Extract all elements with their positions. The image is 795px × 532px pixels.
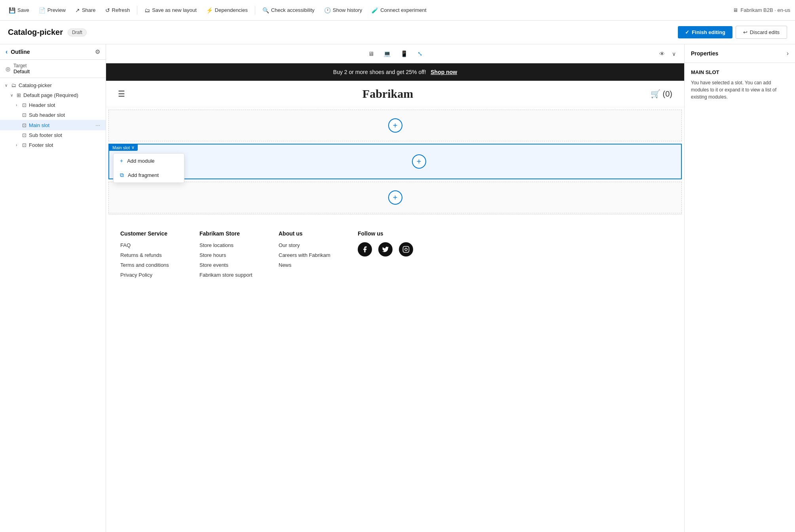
slot-icon-header: ⊡	[22, 102, 27, 108]
footer-link-privacy[interactable]: Privacy Policy	[120, 272, 184, 278]
expand-icon-page[interactable]: ∨	[10, 93, 17, 97]
save-button[interactable]: 💾 Save	[5, 5, 33, 16]
add-button-subheader[interactable]: +	[388, 118, 402, 133]
add-fragment-menu-item[interactable]: ⧉ Add fragment	[114, 168, 184, 182]
preview-button[interactable]: 📄 Preview	[35, 5, 70, 16]
footer-link-hours[interactable]: Store hours	[199, 252, 263, 258]
sidebar-header: ‹ Outline ⚙	[0, 44, 106, 60]
tree-item-catalog-picker[interactable]: ∨ 🗂 Catalog-picker	[0, 80, 106, 90]
check-accessibility-button[interactable]: 🔍 Check accessibility	[258, 5, 319, 16]
dependencies-icon: ⚡	[206, 7, 213, 13]
expand-icon-footer[interactable]: ›	[16, 143, 22, 147]
desktop-device-button[interactable]: 🖥	[365, 48, 377, 59]
visibility-button[interactable]: 👁	[657, 49, 667, 59]
discard-edits-button[interactable]: ↩ Discard edits	[736, 26, 787, 39]
mobile-device-button[interactable]: 📱	[397, 48, 411, 60]
footer-link-faq[interactable]: FAQ	[120, 242, 184, 248]
footer-link-story[interactable]: Our story	[279, 242, 342, 248]
laptop-device-button[interactable]: 💻	[380, 48, 394, 60]
canvas-scroll[interactable]: Buy 2 or more shoes and get 25% off! Sho…	[106, 63, 684, 532]
target-section: ◎ Target Default	[0, 60, 106, 78]
save-icon: 💾	[9, 7, 15, 13]
toolbar: 💾 Save 📄 Preview ↗ Share ↺ Refresh 🗂 Sav…	[0, 0, 795, 21]
properties-description: You have selected a slot. You can add mo…	[691, 79, 789, 101]
slot-icon-subfooter: ⊡	[22, 132, 27, 138]
social-icons	[358, 242, 421, 256]
show-history-button[interactable]: 🕐 Show history	[320, 5, 366, 16]
footer-col-follow-us: Follow us	[358, 230, 421, 282]
preview-icon: 📄	[39, 7, 46, 13]
page-icon-tree: ⊞	[17, 92, 21, 98]
sidebar: ‹ Outline ⚙ ◎ Target Default ∨ 🗂 Catalog…	[0, 44, 106, 532]
share-icon: ↗	[75, 7, 80, 13]
main-slot-placeholder[interactable]: Main slot ∨ + Add module ⧉ Add fragment	[108, 144, 682, 179]
history-icon: 🕐	[324, 7, 331, 13]
footer-link-news[interactable]: News	[279, 262, 342, 268]
add-module-menu-item[interactable]: + Add module	[114, 154, 184, 168]
gear-icon[interactable]: ⚙	[95, 48, 100, 55]
save-layout-icon: 🗂	[144, 7, 150, 13]
site-header: ☰ Fabrikam 🛒 (0)	[106, 81, 684, 107]
tree-item-sub-header-slot[interactable]: ⊡ Sub header slot	[0, 110, 106, 120]
separator-2	[255, 6, 255, 15]
main-slot-label: Main slot ∨	[109, 144, 138, 151]
properties-body: MAIN SLOT You have selected a slot. You …	[685, 63, 795, 107]
share-button[interactable]: ↗ Share	[71, 5, 100, 16]
save-as-new-layout-button[interactable]: 🗂 Save as new layout	[140, 5, 201, 16]
slot-icon-main: ⊡	[22, 122, 27, 128]
promo-link[interactable]: Shop now	[431, 69, 457, 75]
sub-footer-slot-placeholder[interactable]: +	[108, 182, 682, 213]
connect-experiment-button[interactable]: 🧪 Connect experiment	[368, 5, 430, 16]
dependencies-button[interactable]: ⚡ Dependencies	[202, 5, 252, 16]
page-title-right: ✓ Finish editing ↩ Discard edits	[678, 26, 787, 39]
tree-item-header-slot[interactable]: › ⊡ Header slot	[0, 100, 106, 110]
instagram-icon[interactable]	[399, 242, 413, 256]
properties-chevron-icon[interactable]: ›	[787, 50, 789, 57]
device-icons: 🖥 💻 📱 ⤡	[365, 48, 426, 60]
status-badge: Draft	[68, 28, 87, 36]
back-arrow-icon[interactable]: ‹	[6, 48, 8, 55]
footer-heading-1: Fabrikam Store	[199, 230, 263, 237]
expand-view-button[interactable]: ⤡	[414, 48, 426, 60]
ellipsis-icon[interactable]: ···	[95, 122, 100, 128]
tree-item-main-slot[interactable]: ⊡ Main slot ···	[0, 120, 106, 130]
add-button-main[interactable]: +	[412, 154, 426, 169]
hamburger-icon[interactable]: ☰	[118, 89, 125, 99]
sub-header-slot-placeholder[interactable]: +	[108, 110, 682, 141]
add-button-subfooter[interactable]: +	[388, 190, 402, 205]
tree-item-sub-footer-slot[interactable]: ⊡ Sub footer slot	[0, 130, 106, 140]
facebook-icon[interactable]	[358, 242, 372, 256]
footer-link-locations[interactable]: Store locations	[199, 242, 263, 248]
tree-item-default-page[interactable]: ∨ ⊞ Default page (Required)	[0, 90, 106, 100]
accessibility-icon: 🔍	[262, 7, 269, 13]
expand-icon-header[interactable]: ›	[16, 103, 22, 107]
tree-item-footer-slot[interactable]: › ⊡ Footer slot	[0, 140, 106, 150]
slot-icon-footer: ⊡	[22, 142, 27, 148]
footer-link-terms[interactable]: Terms and conditions	[120, 262, 184, 268]
context-menu: + Add module ⧉ Add fragment	[113, 153, 184, 183]
properties-title: Properties	[691, 50, 718, 57]
page-title-left: Catalog-picker Draft	[8, 28, 87, 37]
footer-link-returns[interactable]: Returns & refunds	[120, 252, 184, 258]
properties-header: Properties ›	[685, 44, 795, 63]
footer-col-customer-service: Customer Service FAQ Returns & refunds T…	[120, 230, 184, 282]
refresh-icon: ↺	[105, 7, 110, 13]
slot-icon-subheader: ⊡	[22, 112, 27, 118]
undo-icon: ↩	[743, 29, 748, 35]
promo-text: Buy 2 or more shoes and get 25% off!	[333, 69, 426, 75]
target-icon: ◎	[6, 66, 10, 72]
cart-icon[interactable]: 🛒 (0)	[651, 89, 672, 99]
refresh-button[interactable]: ↺ Refresh	[101, 5, 134, 16]
experiment-icon: 🧪	[372, 7, 378, 13]
page-title: Catalog-picker	[8, 28, 63, 37]
footer-link-careers[interactable]: Careers with Fabrikam	[279, 252, 342, 258]
canvas-toolbar: 🖥 💻 📱 ⤡ 👁 ∨	[106, 44, 684, 63]
outline-tree: ∨ 🗂 Catalog-picker ∨ ⊞ Default page (Req…	[0, 78, 106, 532]
footer-heading-0: Customer Service	[120, 230, 184, 237]
twitter-icon[interactable]	[378, 242, 393, 256]
footer-link-support[interactable]: Fabrikam store support	[199, 272, 263, 278]
finish-editing-button[interactable]: ✓ Finish editing	[678, 26, 732, 38]
expand-icon[interactable]: ∨	[5, 83, 11, 87]
chevron-down-button[interactable]: ∨	[670, 49, 678, 59]
footer-link-events[interactable]: Store events	[199, 262, 263, 268]
